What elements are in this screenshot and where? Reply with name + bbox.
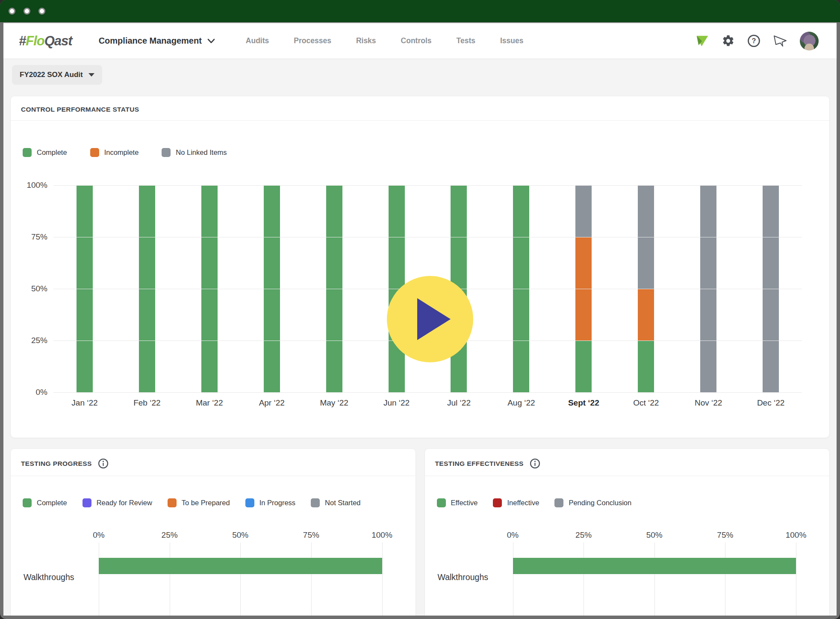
legend-label: Ready for Review <box>97 499 152 507</box>
axis-tick: 0% <box>507 530 519 540</box>
y-tick: 100% <box>27 181 47 190</box>
x-label-aug-22: Aug ‘22 <box>490 398 552 408</box>
legend-swatch <box>493 498 502 507</box>
testing-progress-chart: 0%25%50%75%100% Walkthroughs <box>11 530 416 616</box>
legend-item-effective[interactable]: Effective <box>437 498 478 507</box>
axis-tick: 50% <box>646 530 663 540</box>
row-label-walkthroughs: Walkthroughs <box>24 572 74 582</box>
top-navbar: #FloQast Compliance Management AuditsPro… <box>3 23 837 59</box>
legend-item-incomplete[interactable]: Incomplete <box>90 148 139 157</box>
legend-label: To be Prepared <box>182 499 230 507</box>
axis-tick: 100% <box>371 530 392 540</box>
control-performance-header: CONTROL PERFORMANCE STATUS <box>11 96 829 121</box>
legend-item-in-progress[interactable]: In Progress <box>245 498 295 507</box>
testing-effectiveness-header: TESTING EFFECTIVENESS <box>425 449 830 476</box>
announcement-plane-icon[interactable] <box>773 35 787 47</box>
window-control-dot[interactable] <box>9 8 15 15</box>
gridline <box>170 542 170 616</box>
gridline <box>796 542 796 616</box>
legend-label: In Progress <box>259 499 295 507</box>
nav-item-tests[interactable]: Tests <box>457 36 475 45</box>
gridline <box>311 542 312 616</box>
legend-label: Complete <box>37 148 67 157</box>
segment-no-linked-items <box>575 185 592 237</box>
help-glyph: ? <box>747 34 760 47</box>
gridline <box>513 542 513 616</box>
nav-item-processes[interactable]: Processes <box>294 36 331 45</box>
nav-item-controls[interactable]: Controls <box>401 36 432 45</box>
y-tick: 25% <box>31 336 47 345</box>
logo-flo: Flo <box>26 33 44 48</box>
segment-incomplete <box>638 289 654 341</box>
y-tick: 75% <box>31 232 47 242</box>
legend-item-not-started[interactable]: Not Started <box>311 498 360 507</box>
legend-item-complete[interactable]: Complete <box>23 498 67 507</box>
x-label-dec-22: Dec ‘22 <box>740 398 802 408</box>
nav-item-audits[interactable]: Audits <box>246 36 269 45</box>
cp-y-axis: 100%75%50%25%0% <box>23 185 53 392</box>
caret-down-icon <box>88 73 94 77</box>
floqast-logo[interactable]: #FloQast <box>19 33 72 49</box>
axis-tick: 0% <box>93 530 104 540</box>
audit-selector-label: FY2022 SOX Audit <box>20 71 83 79</box>
axis-tick: 100% <box>786 530 807 540</box>
x-label-mar-22: Mar ‘22 <box>178 398 241 408</box>
legend-swatch <box>554 498 563 507</box>
te-plot <box>513 542 796 616</box>
axis-tick: 25% <box>162 530 178 540</box>
logo-qast: Qast <box>44 33 72 48</box>
x-label-nov-22: Nov ‘22 <box>677 398 740 408</box>
gridline <box>584 542 584 616</box>
legend-item-to-be-prepared[interactable]: To be Prepared <box>168 498 230 507</box>
legend-swatch <box>168 498 177 507</box>
product-switcher[interactable]: Compliance Management <box>99 36 215 46</box>
app-window: #FloQast Compliance Management AuditsPro… <box>0 0 840 619</box>
x-label-apr-22: Apr ‘22 <box>241 398 303 408</box>
legend-label: No Linked Items <box>176 148 227 157</box>
segment-complete <box>638 341 654 392</box>
axis-tick: 25% <box>575 530 592 540</box>
paper-plane-glyph <box>773 35 787 47</box>
cp-x-labels: Jan ‘22Feb ‘22Mar ‘22Apr ‘22May ‘22Jun ‘… <box>53 398 802 438</box>
user-avatar[interactable] <box>800 32 819 50</box>
x-label-jul-22: Jul ‘22 <box>428 398 490 408</box>
legend-item-no-linked-items[interactable]: No Linked Items <box>162 148 227 157</box>
settings-gear-icon[interactable] <box>722 34 735 47</box>
legend-item-ineffective[interactable]: Ineffective <box>493 498 539 507</box>
legend-label: Effective <box>451 499 478 507</box>
gear-glyph <box>722 34 735 47</box>
nav-item-risks[interactable]: Risks <box>356 36 376 45</box>
nav-item-issues[interactable]: Issues <box>500 36 523 45</box>
help-icon[interactable]: ? <box>747 34 760 47</box>
chevron-down-icon <box>207 38 215 44</box>
legend-label: Ineffective <box>507 499 539 507</box>
hbar-walkthroughs-effective[interactable] <box>513 558 796 574</box>
info-icon[interactable] <box>98 458 109 469</box>
legend-item-complete[interactable]: Complete <box>23 148 67 157</box>
card-title: TESTING EFFECTIVENESS <box>435 460 524 468</box>
audit-selector[interactable]: FY2022 SOX Audit <box>12 65 102 85</box>
y-tick: 50% <box>31 284 47 293</box>
info-icon[interactable] <box>530 458 540 469</box>
window-control-dot[interactable] <box>24 8 30 15</box>
x-label-feb-22: Feb ‘22 <box>116 398 178 408</box>
window-titlebar <box>0 0 840 22</box>
row-label-walkthroughs: Walkthroughs <box>438 572 489 582</box>
legend-swatch <box>437 498 446 507</box>
legend-label: Complete <box>37 499 67 507</box>
gridline <box>53 185 802 186</box>
play-triangle-icon <box>417 298 451 340</box>
legend-swatch <box>90 148 99 157</box>
hbar-walkthroughs-complete[interactable] <box>99 558 382 574</box>
tp-plot <box>99 542 382 616</box>
primary-nav: AuditsProcessesRisksControlsTestsIssues <box>246 36 524 45</box>
legend-label: Not Started <box>325 499 360 507</box>
testing-progress-card: TESTING PROGRESS CompleteReady for Revie… <box>10 448 416 616</box>
floqast-check-icon[interactable] <box>696 35 709 47</box>
testing-progress-legend: CompleteReady for ReviewTo be PreparedIn… <box>11 476 416 507</box>
window-control-dot[interactable] <box>38 8 45 15</box>
legend-item-ready-for-review[interactable]: Ready for Review <box>83 498 152 507</box>
video-play-button[interactable] <box>387 276 473 362</box>
legend-item-pending-conclusion[interactable]: Pending Conclusion <box>554 498 631 507</box>
card-title: TESTING PROGRESS <box>21 460 92 468</box>
